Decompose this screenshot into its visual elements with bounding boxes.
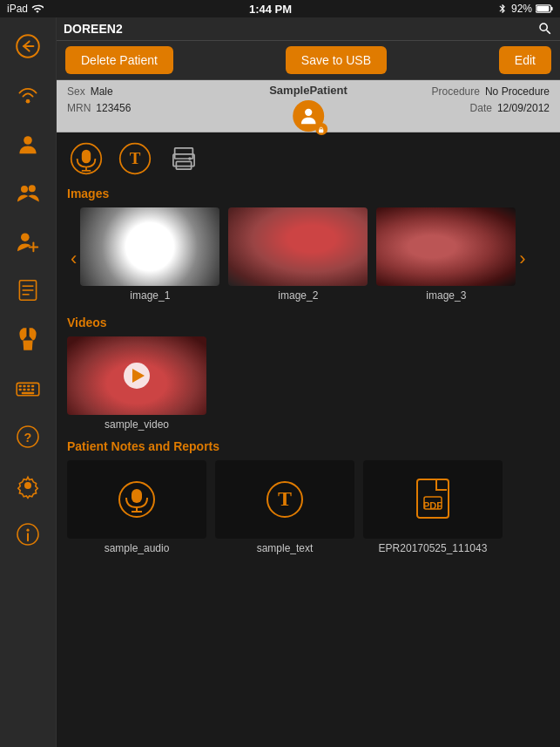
patient-info-bar: Sex Male MRN 123456 SamplePatient: [57, 80, 560, 132]
svg-point-31: [305, 109, 312, 116]
video-thumb-1: [67, 336, 206, 415]
images-row: ‹ image_1 image_2 image_3 ›: [67, 207, 550, 310]
image-thumb-3: [376, 207, 516, 286]
svg-point-6: [29, 185, 36, 192]
svg-rect-16: [19, 385, 22, 387]
sidebar-item-notes[interactable]: [6, 268, 50, 312]
svg-rect-22: [27, 389, 30, 390]
note-pdf-thumb: PDF: [363, 460, 503, 539]
images-grid: image_1 image_2 image_3: [80, 207, 516, 302]
status-bar: iPad 1:44 PM 92%: [0, 0, 560, 17]
image-thumb-1: [80, 207, 219, 286]
sex-value: Male: [91, 84, 113, 100]
play-triangle-icon: [132, 369, 145, 383]
images-prev-arrow[interactable]: ‹: [67, 220, 80, 298]
image-label-2: image_2: [278, 289, 318, 302]
sidebar-item-user[interactable]: [6, 122, 50, 166]
battery-level: 92%: [511, 3, 532, 15]
svg-text:?: ?: [24, 431, 32, 445]
procedure-label: Procedure: [432, 84, 480, 100]
image-label-1: image_1: [130, 289, 170, 302]
sidebar-item-wifi[interactable]: [6, 73, 50, 117]
svg-rect-49: [417, 479, 449, 518]
procedure-value: No Procedure: [485, 84, 550, 100]
sidebar-item-add-user[interactable]: [6, 220, 50, 263]
svg-rect-44: [132, 489, 142, 503]
note-audio-label: sample_audio: [105, 542, 170, 554]
save-to-usb-button[interactable]: Save to USB: [286, 46, 387, 74]
video-item-1[interactable]: sample_video: [67, 336, 206, 431]
svg-rect-34: [82, 150, 91, 164]
sidebar-item-settings[interactable]: [6, 464, 50, 507]
svg-point-5: [21, 186, 28, 193]
record-audio-button[interactable]: [67, 139, 105, 178]
svg-rect-20: [19, 389, 22, 390]
scroll-content[interactable]: Images ‹ image_1 image_2 image_3: [57, 181, 560, 747]
sidebar-item-help[interactable]: ?: [6, 415, 50, 458]
sidebar: ?: [0, 17, 57, 747]
add-text-button[interactable]: T: [116, 139, 154, 178]
svg-rect-32: [319, 129, 323, 132]
search-icon[interactable]: [537, 21, 553, 37]
patient-right-info: Procedure No Procedure Date 12/09/2012: [432, 84, 550, 117]
print-button[interactable]: [165, 139, 203, 178]
svg-point-42: [188, 157, 191, 160]
note-text-thumb: T: [215, 460, 354, 539]
image-label-3: image_3: [426, 289, 466, 302]
videos-grid: sample_video: [67, 336, 550, 431]
svg-text:T: T: [130, 149, 141, 167]
svg-rect-2: [536, 6, 549, 11]
patient-left-info: Sex Male MRN 123456: [67, 84, 131, 117]
mrn-value: 123456: [96, 100, 131, 117]
media-controls-bar: T: [57, 132, 560, 181]
notes-section-label: Patient Notes and Reports: [67, 439, 550, 453]
battery-icon: [536, 3, 553, 14]
videos-section-label: Videos: [67, 316, 550, 329]
toolbar: Delete Patient Save to USB Edit: [57, 41, 560, 80]
sidebar-item-back[interactable]: [6, 24, 50, 68]
delete-patient-button[interactable]: Delete Patient: [65, 46, 173, 74]
header-title: DOREEN2: [64, 22, 123, 36]
note-pdf-item[interactable]: PDF EPR20170525_111043: [363, 460, 503, 554]
svg-rect-17: [23, 385, 25, 387]
svg-text:T: T: [278, 487, 292, 510]
note-pdf-label: EPR20170525_111043: [379, 542, 488, 554]
notes-grid: sample_audio T sample_text: [67, 460, 550, 554]
svg-rect-18: [27, 385, 30, 387]
svg-point-29: [26, 529, 29, 532]
images-next-arrow[interactable]: ›: [516, 220, 529, 298]
svg-rect-21: [23, 389, 25, 390]
svg-rect-1: [551, 7, 553, 10]
svg-point-7: [21, 233, 30, 241]
wifi-status-icon: [31, 3, 44, 15]
sidebar-item-keyboard[interactable]: [6, 366, 50, 410]
patient-name: SamplePatient: [269, 84, 347, 97]
patient-center-info: SamplePatient: [269, 84, 347, 132]
mrn-label: MRN: [67, 100, 91, 117]
image-thumb-2: [228, 207, 368, 286]
edit-button[interactable]: Edit: [499, 46, 551, 74]
sex-label: Sex: [67, 84, 85, 100]
image-item-3[interactable]: image_3: [376, 207, 516, 302]
image-item-2[interactable]: image_2: [228, 207, 368, 302]
note-audio-thumb: [67, 460, 206, 539]
play-button[interactable]: [124, 363, 150, 389]
note-text-label: sample_text: [257, 542, 314, 554]
date-value: 12/09/2012: [497, 100, 550, 117]
sidebar-item-users[interactable]: [6, 171, 50, 214]
app-header: DOREEN2: [57, 17, 560, 41]
note-text-item[interactable]: T sample_text: [215, 460, 354, 554]
status-left: iPad: [7, 3, 44, 15]
sidebar-item-mouse[interactable]: [6, 317, 50, 361]
patient-avatar: [293, 100, 324, 132]
bluetooth-icon: [497, 3, 508, 15]
svg-point-27: [24, 482, 31, 489]
status-time: 1:44 PM: [249, 3, 292, 16]
image-item-1[interactable]: image_1: [80, 207, 219, 302]
note-audio-item[interactable]: sample_audio: [67, 460, 206, 554]
svg-point-3: [26, 99, 30, 104]
status-right: 92%: [497, 3, 553, 15]
svg-rect-23: [31, 389, 34, 390]
svg-rect-24: [22, 392, 34, 394]
sidebar-item-info[interactable]: [6, 513, 50, 556]
